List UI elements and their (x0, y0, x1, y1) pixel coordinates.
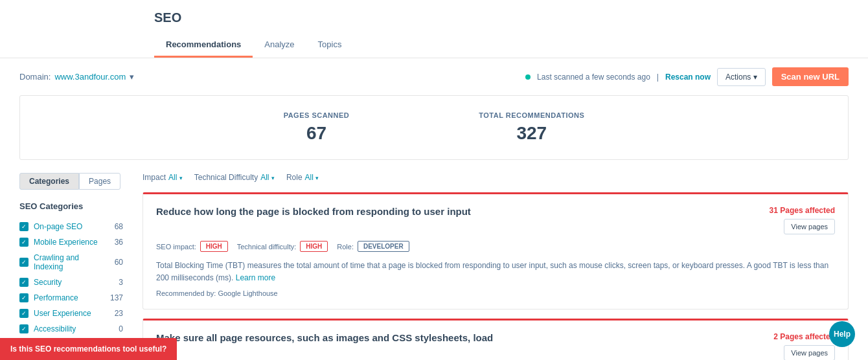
rec-meta-0: 31 Pages affected View pages (770, 206, 835, 234)
rec-recommended-0: Recommended by: Google Lighthouse (156, 289, 835, 297)
rec-card-1: Make sure all page resources, such as im… (143, 319, 849, 360)
role-label-0: Role: (337, 243, 354, 251)
sidebar-tabs: Categories Pages (19, 173, 123, 190)
page-title: SEO (154, 10, 868, 25)
actions-button[interactable]: Actions ▾ (717, 68, 766, 86)
rec-desc-0: Total Blocking Time (TBT) measures the t… (156, 260, 835, 284)
filter-tech-difficulty: Technical Difficulty All ▾ (194, 173, 275, 182)
category-count-crawling-indexing: 60 (115, 258, 123, 267)
role-group-0: Role: DEVELOPER (337, 241, 409, 252)
filter-role-arrow-icon: ▾ (315, 175, 319, 181)
filter-impact-value[interactable]: All ▾ (168, 173, 183, 182)
scan-new-url-button[interactable]: Scan new URL (772, 67, 849, 86)
category-link-user-experience[interactable]: User Experience (34, 309, 91, 318)
top-bar: SEO Recommendations Analyze Topics (0, 0, 868, 58)
category-link-security[interactable]: Security (34, 278, 62, 287)
sidebar-section-title: SEO Categories (19, 201, 123, 211)
category-count-security: 3 (119, 278, 123, 287)
category-item-crawling-indexing[interactable]: Crawling and Indexing 60 (19, 250, 123, 275)
category-item-security[interactable]: Security 3 (19, 275, 123, 290)
tech-difficulty-group-0: Technical difficulty: HIGH (237, 241, 328, 252)
recommendations-panel: Impact All ▾ Technical Difficulty All ▾ … (143, 173, 849, 360)
filter-role: Role All ▾ (286, 173, 319, 182)
scan-status-text: Last scanned a few seconds ago (537, 73, 650, 82)
tab-pages[interactable]: Pages (79, 173, 120, 190)
category-link-mobile-experience[interactable]: Mobile Experience (34, 238, 98, 247)
category-item-mobile-experience[interactable]: Mobile Experience 36 (19, 234, 123, 250)
checkbox-icon-crawling-indexing (19, 258, 29, 267)
seo-impact-group-0: SEO impact: HIGH (156, 241, 228, 252)
stats-bar: PAGES SCANNED 67 TOTAL RECOMMENDATIONS 3… (19, 95, 849, 160)
pages-affected-0: 31 Pages affected (770, 206, 835, 215)
scan-status-dot (525, 74, 531, 80)
domain-left: Domain: www.3andfour.com ▾ (19, 72, 134, 82)
view-pages-button-0[interactable]: View pages (784, 219, 835, 234)
checkbox-icon-performance (19, 293, 29, 302)
checkbox-icon-security (19, 278, 29, 287)
learn-more-link-0[interactable]: Learn more (236, 273, 275, 282)
domain-link[interactable]: www.3andfour.com (54, 72, 126, 82)
rec-header-1: Make sure all page resources, such as im… (156, 332, 835, 360)
seo-impact-label-0: SEO impact: (156, 243, 196, 251)
checkbox-icon-accessibility (19, 324, 29, 333)
filter-impact: Impact All ▾ (143, 173, 183, 182)
pages-affected-label-0: Pages affected (780, 206, 835, 215)
category-item-performance[interactable]: Performance 137 (19, 290, 123, 306)
tab-topics[interactable]: Topics (306, 33, 354, 58)
feedback-bar[interactable]: Is this SEO recommendations tool useful? (0, 338, 177, 360)
filter-impact-arrow-icon: ▾ (179, 175, 183, 181)
pages-affected-count-1: 2 (773, 332, 778, 341)
total-recommendations-stat: TOTAL RECOMMENDATIONS 327 (479, 111, 584, 144)
rec-card-0: Reduce how long the page is blocked from… (143, 192, 849, 309)
tab-recommendations[interactable]: Recommendations (154, 33, 253, 58)
category-list: On-page SEO 68 Mobile Experience 36 Craw… (19, 219, 123, 337)
category-count-on-page-seo: 68 (115, 222, 123, 231)
category-count-mobile-experience: 36 (115, 238, 123, 247)
category-link-accessibility[interactable]: Accessibility (34, 324, 76, 333)
category-item-accessibility[interactable]: Accessibility 0 (19, 321, 123, 337)
domain-right: Last scanned a few seconds ago | Rescan … (525, 67, 849, 86)
tab-categories[interactable]: Categories (19, 173, 79, 190)
role-badge-0: DEVELOPER (358, 241, 409, 252)
category-item-on-page-seo[interactable]: On-page SEO 68 (19, 219, 123, 234)
tech-difficulty-badge-0: HIGH (300, 241, 328, 252)
feedback-label: Is this SEO recommendations tool useful? (10, 344, 166, 354)
domain-arrow[interactable]: ▾ (130, 72, 134, 82)
rec-title-1: Make sure all page resources, such as im… (156, 332, 760, 343)
filter-tech-difficulty-value[interactable]: All ▾ (260, 173, 275, 182)
category-link-on-page-seo[interactable]: On-page SEO (34, 222, 82, 231)
pages-affected-label-1: Pages affected (780, 332, 835, 341)
rec-title-0: Reduce how long the page is blocked from… (156, 206, 757, 217)
category-link-crawling-indexing[interactable]: Crawling and Indexing (34, 253, 109, 271)
category-link-performance[interactable]: Performance (34, 293, 78, 302)
main-content: Categories Pages SEO Categories On-page … (0, 160, 868, 360)
tab-bar: Recommendations Analyze Topics (154, 33, 868, 58)
pages-scanned-stat: PAGES SCANNED 67 (284, 111, 350, 144)
separator: | (657, 73, 659, 82)
rescan-button[interactable]: Rescan now (665, 73, 711, 82)
help-button[interactable]: Help (829, 321, 855, 347)
total-rec-value: 327 (479, 123, 584, 144)
pages-scanned-label: PAGES SCANNED (284, 111, 350, 119)
domain-bar: Domain: www.3andfour.com ▾ Last scanned … (0, 58, 868, 95)
rec-header-0: Reduce how long the page is blocked from… (156, 206, 835, 234)
category-count-user-experience: 23 (115, 309, 123, 318)
sidebar: Categories Pages SEO Categories On-page … (19, 173, 123, 360)
filter-role-value[interactable]: All ▾ (305, 173, 319, 182)
category-item-user-experience[interactable]: User Experience 23 (19, 306, 123, 321)
filter-tech-difficulty-arrow-icon: ▾ (271, 175, 275, 181)
filter-bar: Impact All ▾ Technical Difficulty All ▾ … (143, 173, 849, 182)
pages-affected-count-0: 31 (770, 206, 778, 215)
category-count-accessibility: 0 (119, 324, 123, 333)
pages-scanned-value: 67 (284, 123, 350, 144)
filter-impact-label: Impact (143, 173, 166, 182)
rec-meta-1: 2 Pages affected View pages (773, 332, 835, 360)
tab-analyze[interactable]: Analyze (253, 33, 306, 58)
checkbox-icon-mobile-experience (19, 238, 29, 247)
category-count-performance: 137 (110, 293, 123, 302)
seo-impact-badge-0: HIGH (200, 241, 228, 252)
pages-affected-1: 2 Pages affected (773, 332, 835, 341)
view-pages-button-1[interactable]: View pages (784, 345, 835, 360)
rec-tags-0: SEO impact: HIGH Technical difficulty: H… (156, 241, 835, 252)
filter-role-label: Role (286, 173, 303, 182)
